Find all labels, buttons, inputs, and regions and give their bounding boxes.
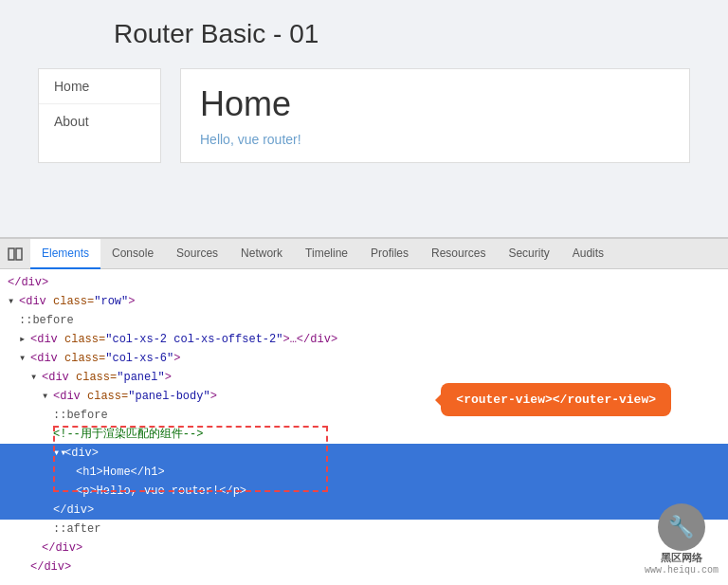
code-line: ::after (0, 520, 728, 539)
content-area: Home About Home Hello, vue router! (38, 68, 690, 163)
devtools-body: <router-view></router-view> </div> <div … (0, 269, 728, 585)
code-line[interactable]: <div class="col-xs-2 col-xs-offset-2">…<… (0, 330, 728, 349)
watermark: 🔧 黑区网络 www.heiqu.com (645, 503, 719, 576)
code-line: </div> (0, 558, 728, 576)
svg-rect-0 (9, 248, 14, 260)
code-line: <!--用于渲染匹配的组件--> (0, 425, 728, 444)
tab-network[interactable]: Network (229, 239, 294, 269)
tab-profiles[interactable]: Profiles (359, 239, 420, 269)
router-view-tooltip: <router-view></router-view> (441, 383, 671, 416)
code-line-selected[interactable]: ▾<div> (0, 444, 728, 463)
code-line-selected: <h1>Home</h1> (0, 463, 728, 482)
nav-panel: Home About (38, 68, 161, 163)
main-subtext: Hello, vue router! (200, 132, 670, 147)
top-area: Router Basic - 01 Home About Home Hello,… (0, 0, 728, 237)
tab-resources[interactable]: Resources (420, 239, 497, 269)
code-line-selected: </div> (0, 501, 728, 520)
main-heading: Home (200, 84, 670, 124)
watermark-brand: 黑区网络 (661, 551, 702, 565)
main-panel: Home Hello, vue router! (180, 68, 690, 163)
code-line[interactable]: <div class="col-xs-6"> (0, 349, 728, 368)
tab-security[interactable]: Security (497, 239, 560, 269)
page-title: Router Basic - 01 (114, 19, 690, 49)
devtools-panel: Elements Console Sources Network Timelin… (0, 237, 728, 585)
code-line: ::before (0, 311, 728, 330)
nav-item-about[interactable]: About (39, 104, 160, 138)
devtools-toolbar: Elements Console Sources Network Timelin… (0, 239, 728, 269)
code-line[interactable]: <div class="row"> (0, 292, 728, 311)
tab-sources[interactable]: Sources (165, 239, 229, 269)
svg-rect-1 (16, 248, 22, 260)
tab-audits[interactable]: Audits (561, 239, 615, 269)
watermark-icon: 🔧 (658, 503, 705, 551)
tab-elements[interactable]: Elements (30, 239, 100, 269)
devtools-toggle-icon[interactable] (4, 243, 27, 265)
tab-console[interactable]: Console (100, 239, 165, 269)
watermark-url: www.heiqu.com (645, 565, 719, 576)
nav-item-home[interactable]: Home (39, 69, 160, 104)
code-line: </div> (0, 273, 728, 292)
code-line: </div> (0, 539, 728, 558)
tab-timeline[interactable]: Timeline (294, 239, 359, 269)
code-line-selected: <p>Hello, vue router!</p> (0, 482, 728, 501)
